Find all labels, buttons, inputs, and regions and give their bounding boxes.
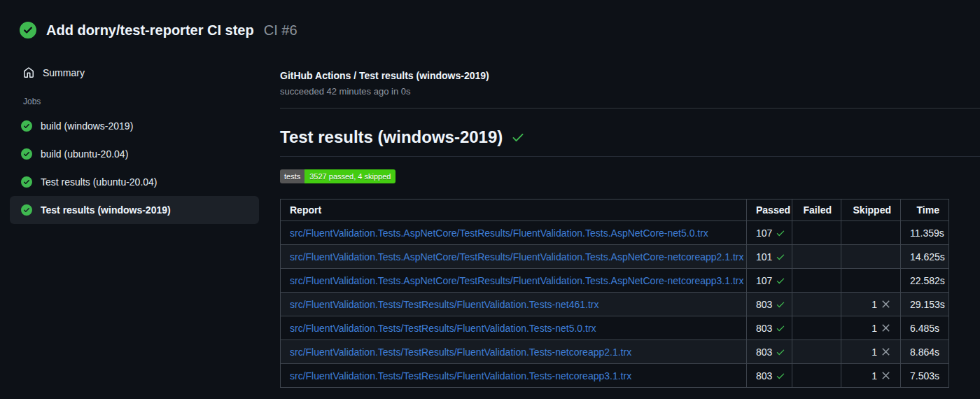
success-check-circle-icon (21, 204, 32, 216)
failed-cell (792, 245, 841, 269)
check-icon (776, 347, 785, 357)
report-cell: src/FluentValidation.Tests.AspNetCore/Te… (281, 221, 747, 245)
report-cell: src/FluentValidation.Tests.AspNetCore/Te… (281, 269, 747, 293)
check-suite-breadcrumb: GitHub Actions / Test results (windows-2… (280, 70, 980, 81)
check-icon (511, 130, 525, 144)
time-cell: 14.625s (901, 245, 949, 269)
column-header-skipped: Skipped (841, 200, 901, 221)
table-row-3: src/FluentValidation.Tests/TestResults/F… (281, 293, 949, 316)
home-icon (23, 67, 34, 78)
passed-cell: 803 (747, 316, 792, 340)
report-cell: src/FluentValidation.Tests/TestResults/F… (281, 340, 747, 364)
time-cell: 11.359s (901, 221, 949, 245)
run-status-line: succeeded 42 minutes ago in 0s (280, 86, 980, 97)
sidebar: Summary Jobs build (windows-2019)build (… (0, 41, 273, 388)
failed-cell (792, 316, 841, 340)
table-header-row: ReportPassedFailedSkippedTime (281, 200, 949, 221)
check-icon (776, 252, 785, 262)
report-link[interactable]: src/FluentValidation.Tests/TestResults/F… (290, 323, 596, 334)
tests-badge: tests 3527 passed, 4 skipped (280, 169, 396, 183)
passed-cell: 803 (747, 364, 792, 388)
failed-cell (792, 293, 841, 316)
skipped-cell (841, 269, 901, 293)
report-cell: src/FluentValidation.Tests/TestResults/F… (281, 293, 747, 316)
table-header: ReportPassedFailedSkippedTime (281, 200, 949, 221)
sidebar-jobs-heading: Jobs (0, 85, 273, 112)
report-cell: src/FluentValidation.Tests/TestResults/F… (281, 364, 747, 388)
job-label: build (windows-2019) (41, 120, 133, 132)
sidebar-item-summary[interactable]: Summary (0, 60, 273, 85)
report-link[interactable]: src/FluentValidation.Tests/TestResults/F… (290, 299, 598, 310)
failed-cell (792, 364, 841, 388)
report-cell: src/FluentValidation.Tests/TestResults/F… (281, 316, 747, 340)
report-cell: src/FluentValidation.Tests.AspNetCore/Te… (281, 245, 747, 269)
skipped-cell: 1 (841, 316, 901, 340)
skipped-cell (841, 221, 901, 245)
passed-count: 803 (756, 346, 772, 358)
main-panel: GitHub Actions / Test results (windows-2… (273, 41, 980, 388)
passed-cell: 803 (747, 340, 792, 364)
time-cell: 8.864s (901, 340, 949, 364)
skipped-cell (841, 245, 901, 269)
run-header: Add dorny/test-reporter CI step CI #6 (0, 0, 980, 41)
sidebar-item-job-0[interactable]: build (windows-2019) (10, 112, 259, 140)
report-link[interactable]: src/FluentValidation.Tests.AspNetCore/Te… (290, 251, 743, 262)
passed-cell: 107 (747, 269, 792, 293)
sidebar-jobs-list: build (windows-2019)build (ubuntu-20.04)… (0, 112, 273, 224)
section-title: Test results (windows-2019) (280, 127, 503, 147)
column-header-passed: Passed (747, 200, 792, 221)
job-label: Test results (windows-2019) (41, 204, 171, 216)
passed-count: 803 (756, 370, 772, 382)
section-heading: Test results (windows-2019) (280, 127, 980, 147)
time-cell: 29.153s (901, 293, 949, 316)
report-link[interactable]: src/FluentValidation.Tests.AspNetCore/Te… (290, 227, 708, 239)
workflow-run-page: Add dorny/test-reporter CI step CI #6 Su… (0, 0, 980, 399)
badge-value: 3527 passed, 4 skipped (304, 169, 396, 183)
failed-cell (792, 221, 841, 245)
table-row-0: src/FluentValidation.Tests.AspNetCore/Te… (281, 221, 949, 245)
passed-count: 107 (756, 227, 772, 239)
run-number: CI #6 (264, 22, 298, 38)
divider (280, 156, 980, 157)
sidebar-item-job-1[interactable]: build (ubuntu-20.04) (10, 140, 259, 168)
sidebar-item-job-3[interactable]: Test results (windows-2019) (10, 196, 259, 224)
x-icon (881, 323, 891, 333)
skipped-cell: 1 (841, 364, 901, 388)
report-link[interactable]: src/FluentValidation.Tests.AspNetCore/Te… (290, 275, 743, 286)
passed-count: 803 (756, 323, 772, 334)
table-row-4: src/FluentValidation.Tests/TestResults/F… (281, 316, 949, 340)
check-icon (776, 323, 785, 333)
x-icon (881, 370, 891, 381)
passed-cell: 107 (747, 221, 792, 245)
test-results-table: ReportPassedFailedSkippedTime src/Fluent… (280, 199, 949, 388)
content: Summary Jobs build (windows-2019)build (… (0, 41, 980, 388)
job-label: Test results (ubuntu-20.04) (41, 176, 158, 188)
x-icon (881, 299, 891, 309)
success-check-circle-icon (21, 120, 32, 132)
check-icon (776, 300, 785, 309)
skipped-cell: 1 (841, 340, 901, 364)
divider (280, 108, 980, 108)
skipped-cell: 1 (841, 293, 901, 316)
sidebar-item-job-2[interactable]: Test results (ubuntu-20.04) (10, 168, 259, 196)
run-title: Add dorny/test-reporter CI step (46, 22, 254, 38)
report-link[interactable]: src/FluentValidation.Tests/TestResults/F… (290, 346, 631, 358)
check-icon (776, 276, 785, 286)
skipped-count: 1 (872, 370, 877, 382)
column-header-time: Time (901, 200, 949, 221)
success-check-circle-icon (21, 176, 32, 188)
failed-cell (792, 269, 841, 293)
x-icon (881, 346, 891, 357)
time-cell: 6.485s (901, 316, 949, 340)
sidebar-summary-label: Summary (43, 67, 85, 78)
table-body: src/FluentValidation.Tests.AspNetCore/Te… (281, 221, 949, 388)
table-row-6: src/FluentValidation.Tests/TestResults/F… (281, 364, 949, 388)
skipped-count: 1 (872, 323, 877, 334)
time-cell: 22.582s (901, 269, 949, 293)
table-row-1: src/FluentValidation.Tests.AspNetCore/Te… (281, 245, 949, 269)
success-check-circle-icon (21, 148, 32, 160)
skipped-count: 1 (872, 299, 877, 310)
job-label: build (ubuntu-20.04) (41, 148, 128, 160)
time-cell: 7.503s (901, 364, 949, 388)
report-link[interactable]: src/FluentValidation.Tests/TestResults/F… (290, 370, 631, 382)
